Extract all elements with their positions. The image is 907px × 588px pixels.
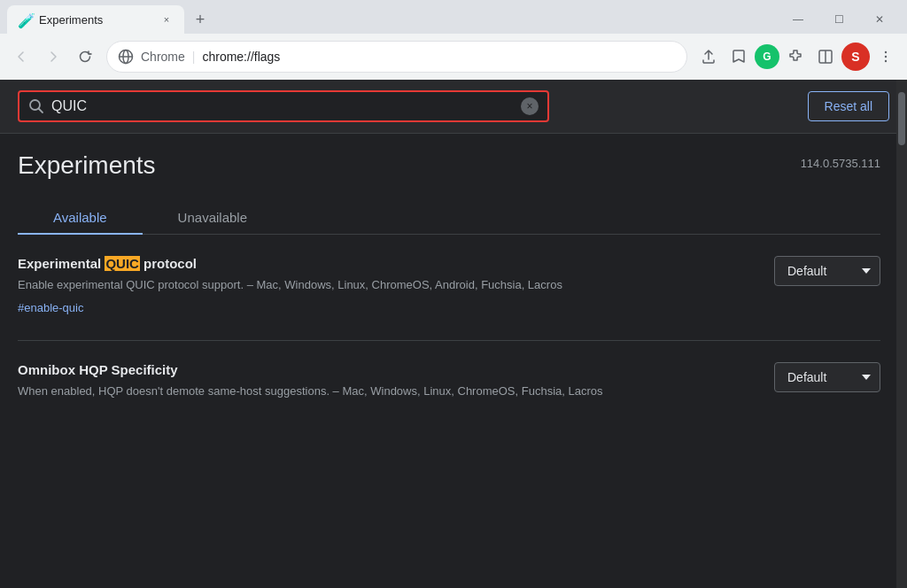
hqp-dropdown[interactable]: Default Enabled Disabled [774,362,880,392]
bookmark-button[interactable] [725,43,753,71]
tab-available[interactable]: Available [18,201,143,234]
page-body: Experiments 114.0.5735.111 Available Una… [0,134,907,588]
version-text: 114.0.5735.111 [801,157,880,170]
title-bar: 🧪 Experiments × + — ☐ ✕ [0,0,907,34]
svg-line-9 [39,109,43,113]
experiment-highlight: QUIC [105,256,140,271]
split-icon [818,49,833,65]
minimize-button[interactable]: — [778,7,818,32]
experiment-desc-quic: Enable experimental QUIC protocol suppor… [18,276,655,294]
scrollbar-thumb[interactable] [898,92,905,145]
toolbar-icons: G S [694,43,900,71]
address-url: chrome://flags [202,50,676,64]
address-separator: | [192,50,196,64]
grammarly-button[interactable]: G [755,44,779,69]
main-content: × Reset all Experiments 114.0.5735.111 A… [0,80,907,588]
puzzle-icon [787,49,803,65]
tab-title: Experiments [39,13,152,27]
svg-point-7 [885,60,887,62]
experiment-title-prefix: Experimental [18,256,105,271]
reload-button[interactable] [71,43,99,71]
profile-button[interactable]: S [841,43,870,71]
experiment-title-quic: Experimental QUIC protocol [18,256,655,271]
experiment-item-quic: Experimental QUIC protocol Enable experi… [18,256,880,315]
maximize-button[interactable]: ☐ [818,7,859,32]
bookmark-icon [731,49,747,65]
menu-icon [878,49,894,65]
tabs-container: Available Unavailable [18,201,880,235]
experiment-item-hqp: Omnibox HQP Specificity When enabled, HQ… [18,362,880,406]
reset-all-button[interactable]: Reset all [808,91,889,121]
svg-point-6 [885,56,887,58]
globe-icon [118,49,134,65]
browser-tab[interactable]: 🧪 Experiments × [7,5,184,34]
search-input[interactable] [51,98,514,114]
experiment-title-hqp: Omnibox HQP Specificity [18,362,655,377]
search-clear-button[interactable]: × [521,97,539,115]
experiment-title-hqp-text: Omnibox HQP Specificity [18,362,178,377]
quic-dropdown[interactable]: Default Enabled Disabled [774,256,880,286]
experiment-link-quic[interactable]: #enable-quic [18,301,83,314]
menu-button[interactable] [872,43,900,71]
close-button[interactable]: ✕ [859,7,900,32]
share-button[interactable] [694,43,723,71]
new-tab-button[interactable]: + [188,7,213,32]
tab-favicon: 🧪 [18,12,32,27]
forward-icon [46,50,60,64]
dropdown-wrapper-hqp: Default Enabled Disabled [774,362,880,392]
reload-icon [78,50,92,64]
address-bar[interactable]: Chrome | chrome://flags [106,41,687,73]
experiment-desc-hqp: When enabled, HQP doesn't demote same-ho… [18,383,655,400]
extensions-button[interactable] [781,43,810,71]
back-icon [14,50,28,64]
search-input-wrapper[interactable]: × [18,90,549,122]
search-bar-container: × Reset all [0,80,907,134]
tab-close-button[interactable]: × [159,12,174,27]
tab-unavailable[interactable]: Unavailable [143,201,283,234]
back-button[interactable] [7,43,35,71]
page-header: Experiments 114.0.5735.111 [18,151,880,180]
search-icon [28,98,44,114]
page-title: Experiments [18,151,156,180]
experiment-title-suffix: protocol [140,256,197,271]
svg-point-5 [885,51,887,53]
share-icon [701,49,717,65]
dropdown-wrapper-quic: Default Enabled Disabled [774,256,880,286]
experiment-info-hqp: Omnibox HQP Specificity When enabled, HQ… [18,362,655,406]
forward-button[interactable] [39,43,67,71]
window-controls: — ☐ ✕ [778,7,900,32]
toolbar: Chrome | chrome://flags G S [0,34,907,80]
address-chrome-name: Chrome [141,50,185,64]
experiment-info-quic: Experimental QUIC protocol Enable experi… [18,256,655,315]
scrollbar[interactable] [896,80,907,588]
divider-1 [18,340,880,341]
split-button[interactable] [811,43,840,71]
